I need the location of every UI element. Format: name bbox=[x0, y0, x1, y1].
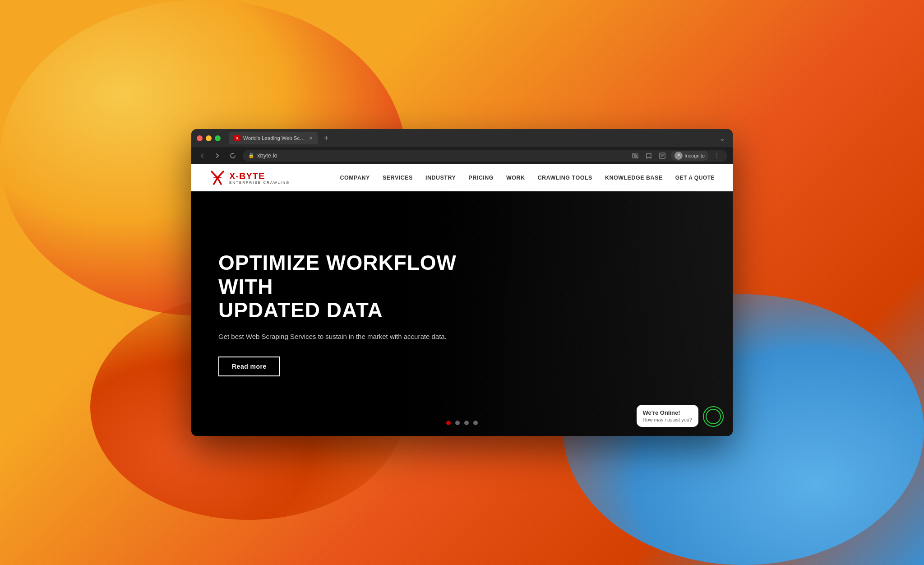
chat-prompt: How may i assist you? bbox=[643, 417, 692, 422]
refresh-button[interactable] bbox=[227, 150, 238, 161]
chat-widget: We're Online! How may i assist you? bbox=[637, 405, 724, 427]
logo-text: X-BYTE ENTERPRISE CRAWLING bbox=[229, 171, 290, 185]
nav-work[interactable]: WORK bbox=[506, 175, 525, 181]
hero-content: OPTIMIZE WORKFLOW WITH UPDATED DATA Get … bbox=[191, 251, 507, 377]
nav-get-quote[interactable]: GET A QUOTE bbox=[675, 175, 715, 181]
traffic-lights bbox=[197, 135, 221, 141]
tab-favicon: X bbox=[234, 135, 240, 141]
chat-status: We're Online! bbox=[643, 409, 692, 416]
nav-company[interactable]: COMPANY bbox=[340, 175, 370, 181]
nav-crawling-tools[interactable]: CRAWLING TOOLS bbox=[538, 175, 592, 181]
nav-pricing[interactable]: PRICING bbox=[468, 175, 494, 181]
bookmark-icon[interactable] bbox=[644, 151, 654, 161]
address-bar: 🔒 xbyte.io bbox=[191, 147, 733, 164]
svg-line-12 bbox=[217, 171, 223, 178]
active-tab[interactable]: X World's Leading Web Scraping... × bbox=[229, 132, 318, 144]
lock-icon: 🔒 bbox=[248, 153, 254, 158]
forward-button[interactable] bbox=[212, 150, 223, 161]
browser-menu-icon[interactable] bbox=[712, 151, 722, 161]
browser-window: X World's Leading Web Scraping... × + ⌄ bbox=[191, 129, 733, 436]
address-right-icons: Incognito bbox=[630, 151, 722, 161]
site-navbar: X-BYTE ENTERPRISE CRAWLING COMPANY SERVI… bbox=[191, 164, 733, 191]
carousel-dots bbox=[446, 421, 478, 425]
chat-bubble: We're Online! How may i assist you? bbox=[637, 405, 698, 427]
read-more-button[interactable]: Read more bbox=[218, 357, 280, 376]
title-bar: X World's Leading Web Scraping... × + ⌄ bbox=[191, 129, 733, 147]
svg-point-9 bbox=[716, 155, 717, 156]
web-content: X-BYTE ENTERPRISE CRAWLING COMPANY SERVI… bbox=[191, 164, 733, 436]
carousel-dot-2[interactable] bbox=[455, 421, 460, 425]
site-nav-links: COMPANY SERVICES INDUSTRY PRICING WORK C… bbox=[340, 175, 715, 181]
site-logo[interactable]: X-BYTE ENTERPRISE CRAWLING bbox=[209, 170, 290, 186]
carousel-dot-3[interactable] bbox=[464, 421, 469, 425]
hero-subtitle: Get best Web Scraping Services to sustai… bbox=[218, 331, 480, 342]
hero-section: OPTIMIZE WORKFLOW WITH UPDATED DATA Get … bbox=[191, 191, 733, 436]
tab-bar: X World's Leading Web Scraping... × + bbox=[229, 132, 713, 144]
close-button[interactable] bbox=[197, 135, 203, 141]
url-text: xbyte.io bbox=[257, 152, 277, 159]
tab-menu-button[interactable]: ⌄ bbox=[716, 133, 727, 144]
minimize-button[interactable] bbox=[206, 135, 212, 141]
tab-right-controls: ⌄ bbox=[716, 133, 727, 144]
maximize-button[interactable] bbox=[215, 135, 221, 141]
url-bar[interactable]: 🔒 xbyte.io bbox=[243, 150, 727, 162]
svg-point-8 bbox=[716, 153, 717, 154]
reader-mode-icon[interactable] bbox=[657, 151, 667, 161]
carousel-dot-1[interactable] bbox=[446, 421, 451, 425]
nav-services[interactable]: SERVICES bbox=[383, 175, 413, 181]
svg-line-13 bbox=[214, 178, 217, 184]
logo-main-text: X-BYTE bbox=[229, 171, 290, 181]
incognito-avatar bbox=[675, 152, 683, 160]
svg-line-11 bbox=[212, 171, 217, 178]
logo-sub-text: ENTERPRISE CRAWLING bbox=[229, 181, 290, 185]
hero-title: OPTIMIZE WORKFLOW WITH UPDATED DATA bbox=[218, 251, 480, 323]
svg-point-10 bbox=[716, 157, 717, 158]
carousel-dot-4[interactable] bbox=[473, 421, 478, 425]
camera-off-icon[interactable] bbox=[630, 151, 640, 161]
nav-industry[interactable]: INDUSTRY bbox=[425, 175, 456, 181]
logo-icon bbox=[209, 170, 226, 186]
incognito-badge: Incognito bbox=[671, 151, 708, 161]
chat-button-inner bbox=[706, 409, 721, 424]
chat-open-button[interactable] bbox=[703, 406, 724, 427]
nav-knowledge-base[interactable]: KNOWLEDGE BASE bbox=[605, 175, 663, 181]
hero-title-line1: OPTIMIZE WORKFLOW WITH bbox=[218, 251, 457, 298]
incognito-label: Incognito bbox=[684, 153, 705, 158]
svg-line-14 bbox=[217, 178, 221, 184]
tab-close-button[interactable]: × bbox=[309, 135, 313, 141]
tab-title: World's Leading Web Scraping... bbox=[243, 135, 306, 141]
hero-title-line2: UPDATED DATA bbox=[218, 298, 383, 322]
back-button[interactable] bbox=[197, 150, 208, 161]
new-tab-button[interactable]: + bbox=[320, 132, 333, 144]
